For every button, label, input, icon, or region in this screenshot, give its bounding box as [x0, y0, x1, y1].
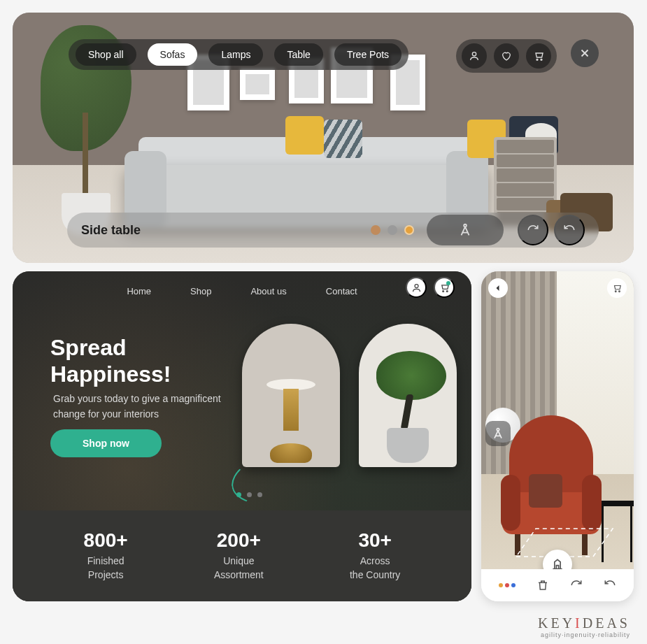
carousel-dot[interactable] — [257, 492, 262, 497]
product-card[interactable] — [359, 324, 457, 467]
stat-item: 800+Finished Projects — [84, 529, 128, 582]
heart-icon[interactable] — [494, 43, 519, 69]
ar-measure-icon[interactable] — [485, 421, 511, 446]
stat-number: 800+ — [84, 529, 128, 552]
category-nav: Shop allSofasLampsTableTree Pots — [69, 39, 408, 70]
side-table — [596, 501, 634, 564]
shop-now-button[interactable]: Shop now — [50, 429, 162, 457]
category-tab-tree-pots[interactable]: Tree Pots — [334, 43, 401, 66]
nav-link-about-us[interactable]: About us — [250, 286, 286, 296]
carousel-dot[interactable] — [247, 492, 252, 497]
armchair[interactable] — [502, 415, 600, 555]
redo-icon[interactable] — [518, 215, 548, 245]
stats-row: 800+Finished Projects200+Unique Assortme… — [13, 510, 471, 601]
undo-icon[interactable] — [554, 215, 585, 245]
svg-point-4 — [415, 284, 418, 287]
subheadline: Grab yours today to give a magnificent c… — [53, 392, 235, 422]
utility-actions — [456, 39, 557, 73]
svg-point-8 — [615, 291, 616, 292]
stat-label: Across the Country — [350, 554, 400, 582]
headline: Spread Happiness! — [50, 334, 171, 388]
trash-icon[interactable] — [536, 579, 549, 592]
svg-point-5 — [442, 290, 443, 292]
nav-link-shop[interactable]: Shop — [190, 286, 211, 296]
stat-label: Unique Assortment — [214, 554, 264, 582]
nav-link-contact[interactable]: Contact — [326, 286, 357, 296]
swatch[interactable] — [404, 225, 414, 235]
product-name: Side table — [81, 223, 141, 238]
stat-number: 200+ — [214, 529, 264, 552]
stat-label: Finished Projects — [84, 554, 128, 582]
cart-icon[interactable] — [607, 278, 627, 298]
cart-icon[interactable] — [526, 43, 551, 69]
svg-point-10 — [497, 429, 499, 431]
ar-preview-panel — [481, 271, 634, 601]
svg-point-6 — [446, 290, 448, 292]
undo-icon[interactable] — [604, 579, 616, 592]
user-icon[interactable] — [406, 277, 427, 298]
back-button[interactable] — [488, 278, 508, 298]
brand-logo: KEYIDEAS agility·ingenuity·reliability — [538, 615, 630, 638]
nav-link-home[interactable]: Home — [127, 286, 151, 296]
stat-number: 30+ — [350, 529, 400, 552]
category-tab-table[interactable]: Table — [274, 43, 322, 66]
close-button[interactable] — [571, 39, 599, 67]
swatch[interactable] — [371, 225, 381, 235]
user-icon[interactable] — [462, 43, 487, 69]
cart-icon[interactable] — [434, 277, 455, 298]
site-nav: HomeShopAbout usContact — [13, 278, 471, 303]
carousel-dots — [236, 492, 262, 497]
svg-point-9 — [619, 291, 620, 292]
svg-point-1 — [536, 59, 538, 60]
category-tab-sofas[interactable]: Sofas — [148, 43, 198, 66]
category-tab-lamps[interactable]: Lamps — [208, 43, 263, 66]
swatch[interactable] — [388, 225, 397, 235]
svg-point-0 — [472, 52, 476, 56]
marketing-panel: HomeShopAbout usContact Spread Happiness… — [13, 271, 471, 601]
category-tab-shop-all[interactable]: Shop all — [76, 43, 136, 66]
product-bottom-bar: Side table — [67, 213, 599, 248]
carousel-dot[interactable] — [236, 492, 241, 497]
palette-icon[interactable] — [499, 583, 516, 587]
stat-item: 30+Across the Country — [350, 529, 400, 582]
svg-point-3 — [464, 224, 467, 227]
hero-panel: Shop allSofasLampsTableTree Pots Side ta… — [13, 13, 634, 263]
ar-tool-button[interactable] — [427, 215, 504, 245]
product-card[interactable] — [242, 324, 340, 467]
stat-item: 200+Unique Assortment — [214, 529, 264, 582]
header-icons — [406, 277, 455, 298]
svg-point-2 — [541, 59, 542, 60]
ar-toolbar — [481, 569, 634, 601]
color-swatches — [371, 225, 414, 235]
redo-icon[interactable] — [570, 579, 583, 592]
